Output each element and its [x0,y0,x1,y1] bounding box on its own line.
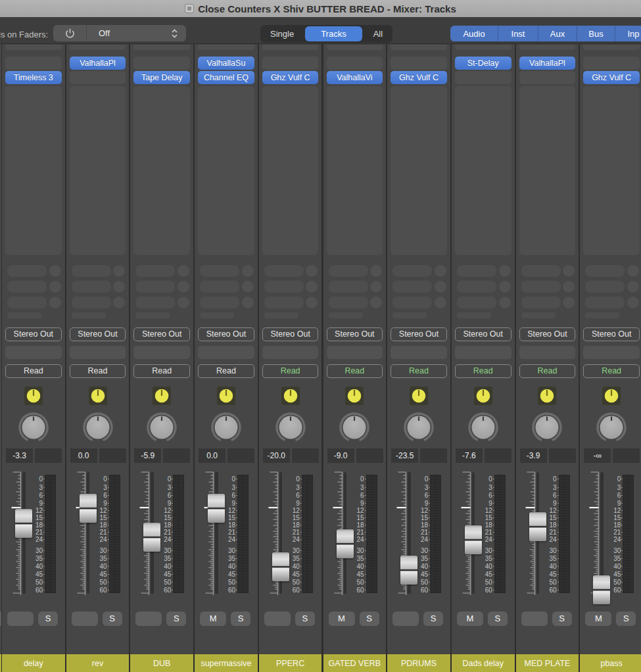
view-tab-single[interactable]: Single [260,26,304,41]
send-knob[interactable] [370,297,382,308]
send-slot-empty[interactable] [200,265,239,277]
send-knob[interactable] [435,297,446,308]
send-slot-small[interactable] [200,312,234,318]
send-slot-empty[interactable] [72,265,111,277]
output-button[interactable]: Stereo Out [70,327,126,341]
send-slot-empty[interactable] [135,281,175,293]
send-slot-small[interactable] [457,312,491,318]
send-slot-empty[interactable] [457,265,496,277]
send-knob[interactable] [563,265,575,277]
solo-button[interactable]: S [38,612,58,626]
pan-indicator[interactable] [474,387,492,405]
automation-read-button[interactable]: Read [5,364,62,378]
pan-knob[interactable] [81,410,115,444]
solo-button[interactable]: S [488,612,508,626]
send-slot-empty[interactable] [329,281,368,293]
mute-button[interactable] [264,612,291,626]
filter-button-aux[interactable]: Aux [538,26,577,41]
track-name[interactable]: pbass [580,654,641,672]
send-slot-empty[interactable] [521,297,561,308]
fader-handle[interactable] [465,525,482,554]
send-knob[interactable] [306,281,318,293]
pan-indicator[interactable] [410,387,428,405]
group-slot-empty[interactable] [583,346,640,359]
plugin-slot[interactable]: Ghz Vulf C [262,71,319,84]
solo-button[interactable]: S [166,612,186,626]
send-slot-empty[interactable] [392,265,432,277]
fader-handle[interactable] [529,512,546,541]
track-name[interactable]: Dads delay [452,654,515,672]
mute-button[interactable]: M [200,612,226,626]
group-slot-empty[interactable] [262,346,319,359]
send-slot-empty[interactable] [585,297,625,308]
send-knob[interactable] [113,297,125,308]
send-knob[interactable] [627,265,639,277]
solo-button[interactable]: S [103,612,122,626]
send-slot-empty[interactable] [585,281,625,293]
track-name[interactable]: PPERC [259,654,322,672]
send-slot-small[interactable] [585,312,619,318]
pan-indicator[interactable] [89,387,107,405]
solo-button[interactable]: S [552,612,572,626]
group-slot-empty[interactable] [133,346,190,359]
pan-knob[interactable] [273,410,308,444]
plugin-slot[interactable]: ValhallaSu [198,57,254,70]
send-knob[interactable] [49,297,61,308]
send-slot-small[interactable] [521,312,556,318]
send-slot-empty[interactable] [7,281,47,293]
pan-knob[interactable] [209,410,243,444]
output-button[interactable]: Stereo Out [5,327,62,341]
plugin-slot-empty[interactable] [455,71,511,84]
send-slot-small[interactable] [7,312,41,318]
filter-button-audio[interactable]: Audio [450,26,498,41]
track-name[interactable]: GATED VERB [323,654,387,672]
send-slot-empty[interactable] [457,281,496,293]
track-name[interactable]: delay [2,654,65,672]
send-slot-empty[interactable] [200,281,239,293]
group-slot-empty[interactable] [198,346,254,359]
send-knob[interactable] [242,297,254,308]
mute-button[interactable] [7,612,34,626]
stepper-chevrons-icon[interactable] [162,28,186,39]
output-button[interactable]: Stereo Out [583,327,640,341]
pan-indicator[interactable] [217,387,235,405]
plugin-slot-empty[interactable] [5,57,62,70]
fader-handle[interactable] [593,575,610,604]
fader-handle[interactable] [208,494,225,523]
group-slot-empty[interactable] [455,346,511,359]
send-slot-empty[interactable] [135,265,175,277]
plugin-slot[interactable]: Channel EQ [198,71,254,84]
send-slot-empty[interactable] [7,297,47,308]
pan-knob[interactable] [402,410,436,444]
send-knob[interactable] [499,265,511,277]
fader-handle[interactable] [400,556,417,585]
group-slot-empty[interactable] [5,346,62,359]
plugin-slot[interactable]: St-Delay [455,57,511,70]
plugin-slot[interactable]: ValhallaVi [327,71,383,84]
automation-read-button[interactable]: Read [583,364,640,378]
power-icon[interactable] [53,25,87,41]
track-name[interactable]: DUB [130,654,193,672]
send-slot-empty[interactable] [72,281,111,293]
mute-button[interactable] [72,612,98,626]
solo-button[interactable]: S [231,612,250,626]
pan-knob[interactable] [466,410,500,444]
mute-button[interactable] [521,612,548,626]
pan-knob[interactable] [16,410,51,444]
output-button[interactable]: Stereo Out [262,327,319,341]
view-tab-tracks[interactable]: Tracks [305,26,362,41]
send-slot-empty[interactable] [7,265,47,277]
view-tab-all[interactable]: All [364,26,392,41]
faders-mode-control[interactable]: Off [53,25,186,41]
pan-knob[interactable] [530,410,564,444]
automation-read-button[interactable]: Read [262,364,319,378]
send-knob[interactable] [49,265,61,277]
output-button[interactable]: Stereo Out [519,327,576,341]
pan-indicator[interactable] [153,387,171,405]
send-slot-small[interactable] [72,312,106,318]
plugin-slot[interactable]: ValhallaPl [70,57,126,70]
track-name[interactable]: MED PLATE [516,654,579,672]
send-slot-empty[interactable] [329,265,368,277]
filter-button-inst[interactable]: Inst [498,26,538,41]
send-slot-empty[interactable] [521,281,561,293]
